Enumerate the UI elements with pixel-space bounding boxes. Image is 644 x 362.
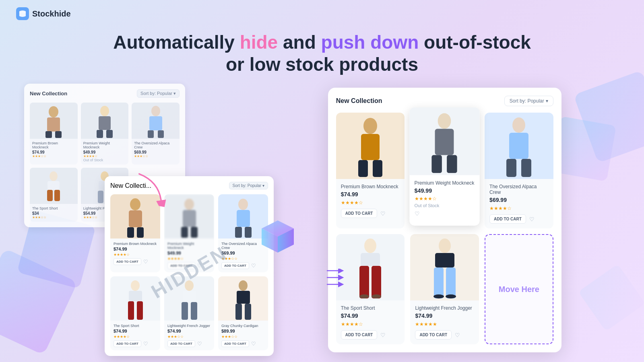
small-product-info-2: Premium Weight Mockneck $49.99 ★★★★☆ Out…	[81, 139, 129, 165]
small-product-img-2	[81, 103, 129, 139]
svg-rect-40	[182, 302, 188, 320]
right-product-price-3: $69.99	[489, 197, 549, 203]
mid-heart-5[interactable]: ♡	[197, 341, 202, 347]
svg-rect-45	[245, 304, 251, 320]
mid-heart-3[interactable]: ♡	[251, 263, 256, 269]
svg-point-30	[238, 199, 248, 210]
right-product-price-4: $74.99	[341, 313, 400, 319]
mid-product-stars-6: ★★★☆☆	[221, 335, 265, 339]
svg-rect-7	[97, 130, 103, 138]
right-heart-1[interactable]: ♡	[380, 210, 386, 217]
mid-product-actions-2: ADD TO CART ♡	[167, 262, 211, 269]
sort-label: Sort by: Popular	[510, 98, 544, 104]
svg-point-49	[363, 118, 377, 134]
small-card-sort[interactable]: Sort by: Popular ▾	[137, 89, 180, 98]
small-card-title: New Collection	[30, 90, 67, 97]
small-product-stars-4: ★★★☆☆	[32, 216, 75, 219]
middle-card-sort[interactable]: Sort by: Popular ▾	[229, 182, 268, 189]
svg-rect-31	[237, 210, 250, 227]
middle-card-grid: HIDDEN Premium Brown Mockneck $74.99	[110, 194, 268, 350]
mid-add-cart-2[interactable]: ADD TO CART	[167, 262, 195, 269]
hero-and: and	[278, 32, 321, 53]
right-product-name-5: Lightweight French Jogger	[415, 305, 474, 311]
mid-product-info-2: Premium Weight Mockneck $49.99 ★★★★☆ ADD…	[164, 239, 214, 272]
svg-rect-14	[47, 181, 60, 190]
right-product-name-3: The Oversized Alpaca Crew	[489, 184, 549, 195]
mid-add-cart-1[interactable]: ADD TO CART	[114, 258, 141, 265]
mid-heart-1[interactable]: ♡	[143, 259, 148, 265]
hero-push-down-word: push down	[321, 32, 419, 53]
right-product-price-2: $49.99	[415, 187, 475, 194]
svg-rect-58	[509, 133, 528, 159]
svg-rect-37	[137, 301, 143, 320]
mid-product-info-6: Gray Chunky Cardigan $89.99 ★★★☆☆ ADD TO…	[218, 321, 268, 350]
right-heart-4[interactable]: ♡	[380, 332, 386, 338]
logo: Stockhide	[16, 7, 71, 20]
logo-icon	[16, 7, 29, 20]
svg-point-61	[364, 239, 376, 253]
mid-product-2: Premium Weight Mockneck $49.99 ★★★★☆ ADD…	[164, 194, 214, 272]
pink-arrow	[130, 169, 172, 207]
mid-product-actions-6: ADD TO CART ♡	[221, 340, 265, 347]
svg-point-53	[438, 113, 451, 129]
left-side: New Collection Sort by: Popular ▾	[24, 84, 308, 333]
logo-text: Stockhide	[32, 9, 71, 19]
svg-rect-8	[106, 130, 113, 138]
svg-rect-23	[129, 210, 142, 227]
svg-rect-43	[237, 291, 250, 304]
right-product-img-4	[336, 234, 405, 300]
mid-heart-2[interactable]: ♡	[197, 263, 202, 269]
main-right-card: New Collection Sort by: Popular ▾	[328, 88, 561, 352]
right-heart-2[interactable]: ♡	[415, 211, 420, 217]
right-product-price-1: $74.99	[341, 191, 400, 197]
svg-rect-68	[435, 253, 454, 267]
right-add-cart-3[interactable]: ADD TO CART	[489, 214, 526, 224]
mid-product-info-1: Premium Brown Mockneck $74.99 ★★★★☆ ADD …	[110, 239, 160, 268]
right-product-price-5: $74.99	[415, 313, 474, 319]
right-add-cart-4[interactable]: ADD TO CART	[341, 330, 378, 339]
svg-rect-24	[127, 227, 134, 238]
right-product-2: Premium Weight Mockneck $49.99 ★★★★☆ Out…	[410, 107, 480, 226]
right-add-cart-5[interactable]: ADD TO CART	[415, 330, 452, 339]
right-product-actions-4: ADD TO CART ♡	[341, 330, 400, 339]
small-product-name-4: The Sport Short	[32, 206, 75, 210]
small-product-name-2: Premium Weight Mockneck	[83, 141, 126, 149]
mid-add-cart-6[interactable]: ADD TO CART	[221, 340, 249, 347]
svg-rect-63	[359, 266, 369, 298]
right-add-cart-1[interactable]: ADD TO CART	[341, 209, 378, 218]
small-product-2: Premium Weight Mockneck $49.99 ★★★★☆ Out…	[81, 103, 129, 165]
main-right-card-header: New Collection Sort by: Popular ▾	[336, 96, 553, 106]
svg-rect-11	[148, 130, 154, 138]
mid-add-cart-5[interactable]: ADD TO CART	[167, 340, 195, 347]
right-product-img-5	[410, 234, 479, 300]
svg-rect-39	[183, 291, 196, 302]
svg-rect-50	[361, 134, 380, 160]
move-here-text: Move Here	[499, 285, 539, 294]
mid-add-cart-4[interactable]: ADD TO CART	[114, 340, 141, 347]
mid-heart-4[interactable]: ♡	[143, 341, 148, 347]
main-right-sort-btn[interactable]: Sort by: Popular ▾	[504, 96, 553, 106]
mid-product-stars-1: ★★★★☆	[114, 253, 157, 257]
right-heart-3[interactable]: ♡	[529, 216, 535, 222]
right-product-stars-2: ★★★★☆	[415, 196, 475, 202]
svg-rect-10	[149, 116, 162, 130]
mid-heart-6[interactable]: ♡	[251, 341, 256, 347]
svg-rect-6	[99, 116, 111, 130]
mid-product-price-6: $89.99	[221, 329, 265, 333]
move-here-box: Move Here	[485, 234, 553, 344]
push-down-arrows	[325, 269, 345, 293]
right-product-actions-3: ADD TO CART ♡	[489, 214, 549, 224]
svg-rect-15	[47, 190, 53, 201]
right-product-1: Premium Brown Mockneck $74.99 ★★★★☆ ADD …	[336, 113, 405, 228]
mid-product-stars-2: ★★★★☆	[167, 257, 211, 261]
mid-add-cart-3[interactable]: ADD TO CART	[221, 262, 249, 269]
svg-point-42	[239, 280, 248, 291]
small-product-stars-2: ★★★★☆	[83, 154, 126, 158]
hero-hide-word: hide	[240, 32, 278, 53]
sort-chevron: ▾	[546, 98, 548, 104]
svg-rect-64	[372, 266, 381, 298]
right-product-img-2	[410, 107, 480, 175]
svg-point-38	[185, 280, 194, 291]
right-heart-5[interactable]: ♡	[455, 332, 460, 338]
svg-rect-59	[506, 159, 516, 177]
